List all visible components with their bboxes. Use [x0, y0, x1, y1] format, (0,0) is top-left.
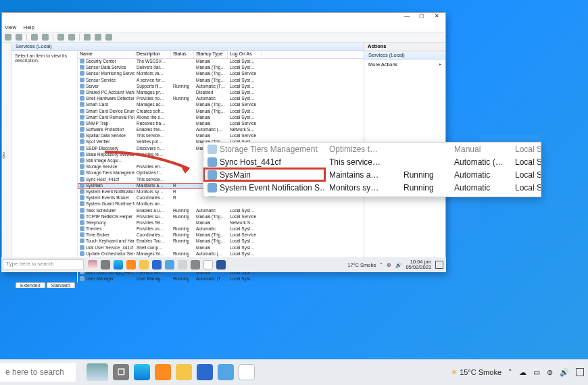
callout-cell: This service… — [325, 155, 399, 168]
service-row[interactable]: ServerSupports fil…RunningAutomatic (T…L… — [78, 84, 364, 90]
inner-taskview-icon[interactable] — [101, 260, 110, 270]
inner-search[interactable]: Type here to search — [3, 259, 84, 270]
service-row[interactable]: TCP/IP NetBIOS HelperProvides su…Running… — [78, 214, 364, 220]
search-box[interactable]: e here to search — [0, 363, 76, 382]
callout-cell — [399, 143, 450, 155]
zoom-callout: Storage Tiers ManagementOptimizes t…Manu… — [203, 142, 541, 197]
callout-service-name: System Events Broker — [203, 194, 325, 197]
column-status[interactable]: Status — [171, 51, 194, 58]
chrome-icon[interactable] — [239, 364, 255, 380]
inner-mail-icon[interactable] — [152, 260, 162, 270]
weather-widget[interactable]: ☀ 15°C Smoke — [451, 368, 501, 377]
tab-extended[interactable]: Extended — [16, 282, 45, 288]
tray-cloud-icon[interactable]: ☁ — [519, 368, 526, 377]
tray-battery-icon[interactable]: ▭ — [533, 368, 540, 377]
taskview-icon[interactable]: ❐ — [113, 364, 129, 380]
inner-settings-icon[interactable] — [191, 260, 200, 270]
tool-back-icon[interactable] — [5, 34, 11, 41]
menu-view[interactable]: View — [5, 24, 16, 30]
actions-more[interactable]: More Actions — [364, 60, 445, 69]
service-row[interactable]: TelephonyProvides Tel…ManualNetwork S… — [78, 220, 364, 226]
service-row[interactable]: Sensor Data ServiceDelivers dat…Manual (… — [78, 65, 364, 71]
service-row[interactable]: Time BrokerCoordinates…RunningManual (Tr… — [78, 232, 364, 238]
service-icon — [80, 158, 84, 163]
service-row[interactable]: Touch Keyboard and Hand…Enables Tou…Runn… — [78, 238, 364, 245]
tool-stop-icon[interactable] — [95, 34, 101, 41]
tool-refresh-icon[interactable] — [42, 34, 49, 41]
inner-weather[interactable]: 17°C Smoke — [347, 262, 376, 268]
inner-explorer-icon[interactable] — [139, 260, 149, 270]
service-icon — [80, 127, 84, 132]
column-logon[interactable]: Log On As — [228, 51, 262, 58]
tool-restart-icon[interactable] — [105, 34, 112, 41]
inner-tray-chevron-icon[interactable]: ˄ — [380, 262, 383, 268]
service-row[interactable]: Task SchedulerEnables a u…RunningAutomat… — [78, 208, 364, 214]
notification-icon[interactable] — [576, 368, 584, 376]
inner-date[interactable]: 05/02/2023 — [406, 264, 431, 270]
tool-forward-icon[interactable] — [16, 34, 22, 41]
column-startup[interactable]: Startup Type — [194, 51, 228, 58]
service-icon — [80, 208, 84, 213]
service-row[interactable]: Smart Card Device Enumer…Creates soft…Ma… — [78, 109, 364, 115]
firefox-icon[interactable] — [155, 364, 171, 380]
tool-help-icon[interactable] — [68, 34, 75, 41]
column-description[interactable]: Description — [134, 51, 171, 58]
gear-icon — [207, 183, 217, 192]
tray-wifi-icon[interactable]: ⊚ — [547, 368, 553, 377]
service-row[interactable]: Sensor Monitoring ServiceMonitors va…Man… — [78, 71, 364, 77]
thumbnail-icon[interactable] — [87, 363, 108, 381]
service-row[interactable]: Udk User Service_441cfShell comp…ManualL… — [78, 245, 364, 251]
service-row[interactable]: Shared PC Account ManagerManages pr…Disa… — [78, 90, 364, 96]
edge-icon[interactable] — [134, 364, 150, 380]
tool-start-icon[interactable] — [84, 34, 91, 41]
inner-store-icon[interactable] — [165, 260, 174, 270]
service-row[interactable]: Shell Hardware DetectionProvides no…Runn… — [78, 96, 364, 102]
callout-service-name[interactable]: SysMain — [203, 168, 325, 181]
inner-start-icon[interactable] — [88, 260, 97, 270]
service-row[interactable]: ThemesProvides us…RunningAutomaticLocal … — [78, 226, 364, 232]
service-icon — [80, 78, 84, 82]
service-row[interactable]: User ManagerUser Manag…RunningAutomatic … — [78, 276, 364, 282]
service-row[interactable]: Security CenterThe WSCSV…ManualLocal Sys… — [78, 59, 364, 65]
close-button[interactable]: ✕ — [429, 13, 444, 21]
menu-help[interactable]: Help — [23, 24, 34, 30]
column-name[interactable]: Name — [78, 51, 134, 58]
tray-volume-icon[interactable]: 🔊 — [560, 368, 569, 377]
tool-props-icon[interactable] — [31, 34, 38, 41]
inner-search-icon[interactable] — [178, 260, 187, 270]
service-icon — [80, 238, 84, 243]
inner-firefox-icon[interactable] — [126, 260, 136, 270]
service-row[interactable]: Smart CardManages ac…Manual (Trig…Local … — [78, 102, 364, 108]
explorer-icon[interactable] — [176, 364, 192, 380]
service-icon — [80, 133, 84, 138]
inner-edge-icon[interactable] — [114, 260, 123, 270]
tray-chevron-icon[interactable]: ˄ — [508, 368, 512, 377]
inner-tray-vol-icon[interactable]: 🔊 — [395, 262, 401, 268]
service-row[interactable]: SNMP TrapReceives tra…ManualLocal Servic… — [78, 121, 364, 127]
service-row[interactable]: Smart Card Removal PolicyAllows the s…Ma… — [78, 115, 364, 121]
inner-chrome-icon[interactable] — [203, 260, 213, 270]
callout-cell: Running — [399, 194, 450, 197]
inner-notif-icon[interactable] — [435, 261, 443, 269]
inner-word-icon[interactable] — [216, 260, 226, 270]
service-icon — [80, 65, 84, 70]
tab-standard[interactable]: Standard — [47, 282, 75, 288]
callout-cell: Manual — [450, 143, 511, 155]
nav-tree-label: cal) — [2, 43, 11, 265]
minimize-button[interactable]: — — [399, 13, 414, 21]
column-header[interactable]: Name Description Status Startup Type Log… — [78, 51, 364, 59]
callout-service-name: System Event Notification S… — [203, 181, 325, 194]
inner-tray-net-icon[interactable]: ⊚ — [387, 262, 391, 268]
tool-export-icon[interactable] — [57, 34, 64, 41]
inner-taskbar: Type here to search 17°C Smoke ˄ ⊚ 🔊 10:… — [1, 257, 446, 272]
store-icon[interactable] — [218, 364, 234, 380]
maximize-button[interactable]: ▢ — [414, 13, 429, 21]
service-row[interactable]: Spatial Data ServiceThis service…ManualL… — [78, 133, 364, 139]
service-row[interactable]: System Guard Runtime Mo…Monitors an… — [78, 201, 364, 207]
service-row[interactable]: Sensor ServiceA service for…Manual (Trig… — [78, 78, 364, 84]
gear-icon — [207, 170, 217, 180]
mail-icon[interactable] — [197, 364, 213, 380]
toolbar — [2, 32, 445, 43]
service-row[interactable]: Software ProtectionEnables the…Automatic… — [78, 127, 364, 133]
service-row[interactable]: Update Orchestrator ServiceManages W…Run… — [78, 251, 364, 257]
